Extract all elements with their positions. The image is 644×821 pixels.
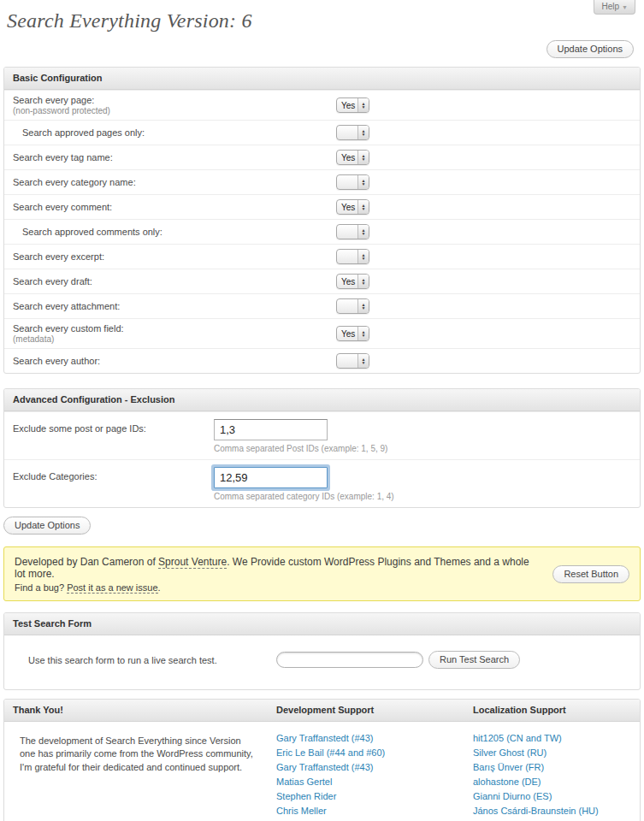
sprout-venture-link[interactable]: Sprout Venture (158, 556, 227, 569)
setting-row: Search every author: ▲▼ (4, 348, 640, 373)
select-value (337, 250, 357, 263)
update-options-button-bottom[interactable]: Update Options (3, 517, 91, 535)
select-value: Yes (337, 98, 357, 112)
setting-label: Search every comment: (13, 202, 112, 212)
update-options-button-top[interactable]: Update Options (547, 40, 634, 58)
contributor-link[interactable]: Gary Traffanstedt (#43) (276, 733, 374, 743)
banner-line1: Developed by Dan Cameron of Sprout Ventu… (15, 556, 541, 580)
setting-row: Search approved pages only: ▲▼ (4, 120, 640, 145)
field-hint: Comma separated category IDs (example: 1… (214, 492, 394, 501)
setting-row: Search every excerpt: ▲▼ (4, 244, 640, 269)
yes-no-select[interactable]: ▲▼ (336, 353, 369, 369)
run-test-search-button[interactable]: Run Test Search (428, 651, 520, 669)
setting-label: Search approved pages only: (22, 127, 145, 138)
setting-row: Exclude Categories: Comma separated cate… (4, 459, 640, 507)
setting-row: Search every category name: ▲▼ (4, 169, 640, 194)
test-search-description: Use this search form to run a live searc… (28, 655, 276, 665)
test-search-input[interactable] (276, 652, 423, 668)
select-value (337, 175, 357, 189)
post-issue-link[interactable]: Post it as a new issue (67, 582, 157, 594)
setting-label: Search every author: (13, 356, 100, 366)
select-stepper-icon: ▲▼ (357, 200, 369, 214)
setting-row: Search every draft: Yes▲▼ (4, 269, 640, 293)
setting-label: Search every tag name: (13, 152, 113, 162)
list-item: Gianni Diurno (ES) (473, 792, 640, 801)
select-stepper-icon: ▲▼ (357, 327, 369, 340)
contributor-link[interactable]: Matias Gertel (276, 777, 332, 787)
banner-text: Developed by Dan Cameron of (15, 556, 158, 568)
setting-label: Search every page: (13, 95, 94, 105)
select-stepper-icon: ▲▼ (357, 299, 369, 313)
setting-row: Search every tag name: Yes▲▼ (4, 145, 640, 169)
banner-text: Find a bug? (15, 582, 67, 593)
list-item: János Csárdi-Braunstein (HU) (473, 806, 640, 816)
yes-no-select[interactable]: ▲▼ (336, 174, 369, 190)
yes-no-select[interactable]: Yes▲▼ (336, 97, 369, 113)
list-item: hit1205 (CN and TW) (473, 734, 640, 743)
exclude-post-ids-input[interactable] (214, 419, 328, 440)
list-item: Silver Ghost (RU) (473, 748, 640, 758)
yes-no-select[interactable]: ▲▼ (336, 224, 369, 239)
setting-sublabel: (non-password protected) (13, 106, 336, 115)
translator-link[interactable]: hit1205 (CN and TW) (473, 733, 562, 743)
yes-no-select[interactable]: Yes▲▼ (336, 150, 369, 165)
reset-button[interactable]: Reset Button (552, 565, 629, 583)
list-item: Barış Ünver (FR) (473, 763, 640, 772)
select-stepper-icon: ▲▼ (357, 175, 369, 189)
select-stepper-icon: ▲▼ (357, 225, 369, 239)
yes-no-select[interactable]: ▲▼ (336, 298, 369, 314)
banner-text: . (158, 582, 161, 593)
section-header: Advanced Configuration - Exclusion (4, 389, 640, 411)
exclude-categories-input[interactable] (214, 467, 328, 488)
thank-you-paragraph: The development of Search Everything sin… (4, 732, 268, 774)
thank-you-section: Thank You! Development Support Localizat… (3, 699, 641, 821)
list-item: Matias Gertel (276, 777, 464, 787)
basic-configuration-section: Basic Configuration Search every page:(n… (3, 67, 641, 374)
list-item: Eric Le Bail (#44 and #60) (276, 748, 464, 758)
contributor-link[interactable]: Stephen Rider (276, 791, 336, 801)
thank-you-title: Thank You! (4, 700, 268, 721)
contributor-link[interactable]: Chris Meller (276, 806, 327, 816)
translator-link[interactable]: alohastone (DE) (473, 777, 541, 787)
setting-row: Search approved comments only: ▲▼ (4, 219, 640, 244)
select-value (337, 126, 357, 139)
section-header: Test Search Form (4, 613, 640, 635)
help-tab[interactable]: Help▼ (594, 0, 635, 15)
setting-label: Exclude some post or page IDs: (13, 419, 214, 453)
setting-label: Search every draft: (13, 276, 92, 286)
select-stepper-icon: ▲▼ (357, 275, 369, 288)
select-stepper-icon: ▲▼ (357, 250, 369, 263)
select-stepper-icon: ▲▼ (357, 151, 369, 164)
banner-line2: Find a bug? Post it as a new issue. (15, 582, 541, 593)
contributor-link[interactable]: Eric Le Bail (#44 and #60) (276, 747, 385, 758)
setting-row: Search every custom field:(metadata) Yes… (4, 318, 640, 348)
contributor-link[interactable]: Gary Traffanstedt (#43) (276, 762, 374, 772)
list-item: Chris Meller (276, 806, 464, 816)
translator-link[interactable]: Barış Ünver (FR) (473, 762, 544, 772)
help-label: Help (601, 2, 619, 11)
setting-label: Search every category name: (13, 177, 136, 187)
translator-link[interactable]: János Csárdi-Braunstein (HU) (473, 806, 599, 816)
list-item: Gary Traffanstedt (#43) (276, 734, 464, 743)
yes-no-select[interactable]: Yes▲▼ (336, 326, 369, 341)
setting-label: Exclude Categories: (13, 467, 214, 501)
select-value (337, 299, 357, 313)
developer-banner: Developed by Dan Cameron of Sprout Ventu… (3, 546, 641, 601)
translator-link[interactable]: Gianni Diurno (ES) (473, 791, 552, 801)
select-value: Yes (337, 327, 357, 340)
select-stepper-icon: ▲▼ (357, 354, 369, 368)
setting-row: Search every comment: Yes▲▼ (4, 194, 640, 219)
setting-row: Search every page:(non-password protecte… (4, 90, 640, 120)
section-header: Basic Configuration (4, 68, 640, 90)
translator-link[interactable]: Silver Ghost (RU) (473, 747, 547, 758)
yes-no-select[interactable]: ▲▼ (336, 249, 369, 264)
top-actions: Update Options (0, 32, 644, 67)
yes-no-select[interactable]: Yes▲▼ (336, 199, 369, 215)
yes-no-select[interactable]: ▲▼ (336, 125, 369, 140)
select-value: Yes (337, 151, 357, 164)
yes-no-select[interactable]: Yes▲▼ (336, 274, 369, 289)
select-stepper-icon: ▲▼ (357, 98, 369, 112)
setting-row: Exclude some post or page IDs: Comma sep… (4, 411, 640, 459)
development-support-title: Development Support (268, 700, 464, 721)
setting-label: Search every attachment: (13, 301, 120, 311)
